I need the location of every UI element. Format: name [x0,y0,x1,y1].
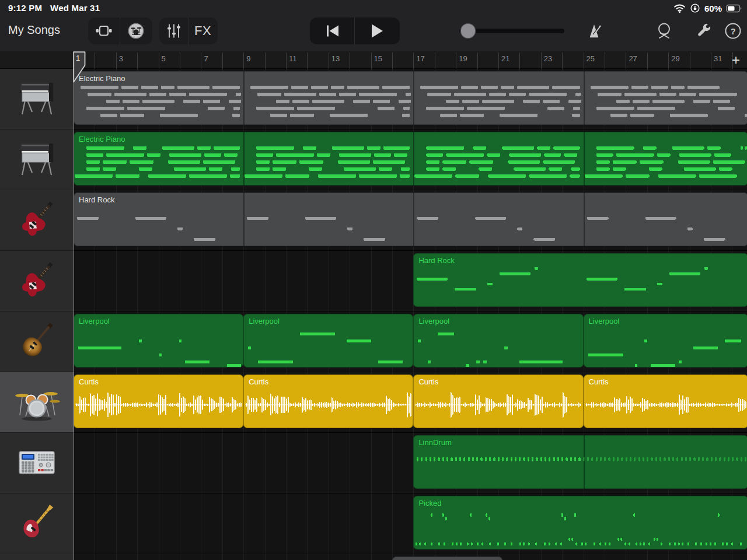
track-header-column [0,69,74,560]
region-electric-piano[interactable]: Electric Piano [74,71,747,125]
ruler-tick [137,52,138,69]
loop-seam [584,192,585,246]
status-date: Wed Mar 31 [50,3,100,13]
rotation-lock-icon [690,3,700,13]
play-button[interactable] [355,18,399,44]
metronome-button[interactable] [581,18,607,44]
bass-guitar-icon [13,499,61,548]
region-hard-rock[interactable]: Hard Rock [74,192,747,246]
ruler-tick [329,52,329,69]
transport-controls [310,18,400,44]
loop-seam [584,132,585,186]
ruler-tick [711,52,711,69]
loop-seam [243,132,245,186]
region-curtis[interactable]: Curtis [584,374,747,428]
note-pattern [74,314,243,368]
fx-button[interactable]: FX [189,18,217,44]
note-pattern [413,253,747,307]
region-linndrum[interactable]: LinnDrum [413,435,747,489]
track-header-electric-piano[interactable] [0,130,74,190]
instrument-view-button[interactable] [120,18,152,44]
ruler-bar-label: 3 [119,54,123,63]
wifi-icon [673,3,686,13]
track-header-bass-guitar[interactable] [0,494,74,554]
region-liverpool[interactable]: Liverpool [584,314,747,368]
ruler-tick [477,52,478,69]
loop-seam [243,71,245,125]
help-button[interactable]: ? [720,18,746,44]
mixer-sliders-icon [166,23,182,39]
ruler-tick [584,52,584,69]
note-pattern [74,71,747,125]
note-pattern [243,374,413,428]
playhead-flag[interactable] [73,51,87,84]
battery-icon [726,4,742,13]
region-curtis[interactable]: Curtis [413,374,583,428]
note-pattern [243,314,413,368]
svg-text:?: ? [730,26,735,36]
timeline-ruler[interactable]: 35791113151719212325272931 [0,51,747,69]
drum-kit-icon [12,378,62,427]
ruler-tick [413,52,414,69]
ruler-tick [371,52,372,69]
region-liverpool[interactable]: Liverpool [413,314,583,368]
ruler-tick [435,52,435,69]
ruler-tick [647,52,648,69]
tracks-view-icon [95,24,113,38]
ruler-bar-label: 9 [246,54,250,63]
track-volume-slider[interactable] [459,29,564,33]
region-curtis[interactable]: Curtis [243,374,413,428]
ruler-tick [243,52,244,69]
region-picked[interactable]: Picked [413,496,747,550]
volume-slider-knob[interactable] [460,23,476,38]
status-bar: 9:12 PMWed Mar 31 60% [0,0,747,16]
violin-bass-icon [13,317,61,366]
ruler-bar-label: 13 [331,54,340,63]
loop-browser-button[interactable] [651,18,677,44]
note-pattern [74,192,747,246]
garageband-tracks-view: 9:12 PMWed Mar 31 60% [0,0,747,560]
track-header-violin-bass[interactable] [0,312,74,372]
tracks-view-button[interactable] [88,18,120,44]
region-hard-rock[interactable]: Hard Rock [413,253,747,307]
electric-guitar-icon [13,257,61,306]
ruler-bar-label: 5 [162,54,166,63]
track-header-electric-guitar[interactable] [0,190,74,251]
ruler-bar-label: 27 [629,54,637,63]
region-liverpool[interactable]: Liverpool [243,314,413,368]
mixer-fx-group: FX [159,18,218,44]
ruler-bar-label: 29 [671,54,679,63]
help-icon: ? [724,22,742,40]
view-toggle-group [88,18,152,44]
ruler-bar-label: 7 [204,54,208,63]
ruler-bar-label: 15 [374,54,382,63]
fx-label: FX [194,23,211,38]
region-electric-piano[interactable]: Electric Piano [74,132,747,186]
region-untitled[interactable] [392,556,502,560]
ruler-tick [265,52,266,69]
track-header-electric-piano[interactable] [0,69,74,130]
track-header-electric-guitar[interactable] [0,251,74,312]
ruler-tick [159,52,159,69]
settings-button[interactable] [691,18,717,44]
drum-machine-icon [13,439,61,488]
region-curtis[interactable]: Curtis [74,374,243,428]
add-bars-button[interactable]: + [726,51,746,69]
mixer-controls-button[interactable] [159,18,188,44]
rewind-to-start-button[interactable] [310,18,354,44]
loop-icon [655,22,673,40]
ruler-tick [116,52,117,69]
note-pattern [74,374,243,428]
ruler-tick [668,52,669,69]
track-header-drum-machine[interactable] [0,433,74,494]
my-songs-button[interactable]: My Songs [8,23,60,37]
loop-seam [413,192,414,246]
loop-seam [243,192,245,246]
ruler-bar-label: 17 [416,54,424,63]
ruler-tick [562,52,563,69]
track-header-drum-kit[interactable] [0,372,74,433]
ruler-tick [626,52,626,69]
region-liverpool[interactable]: Liverpool [74,314,243,368]
ruler-tick [307,52,308,69]
ruler-tick [541,52,542,69]
